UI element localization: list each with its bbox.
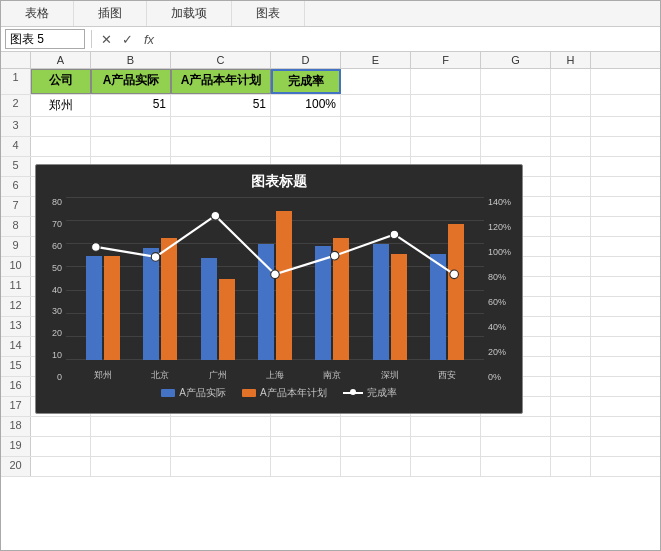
- cell-f1[interactable]: [411, 69, 481, 94]
- cell-h13[interactable]: [551, 317, 591, 336]
- cell-d1[interactable]: 完成率: [271, 69, 341, 94]
- menu-insert[interactable]: 插图: [74, 1, 147, 26]
- cell-b18[interactable]: [91, 417, 171, 436]
- cell-h3[interactable]: [551, 117, 591, 136]
- cell-b20[interactable]: [91, 457, 171, 476]
- cell-f20[interactable]: [411, 457, 481, 476]
- cell-h18[interactable]: [551, 417, 591, 436]
- row-num-15: 15: [1, 357, 31, 376]
- col-header-c[interactable]: C: [171, 52, 271, 68]
- cell-e3[interactable]: [341, 117, 411, 136]
- cell-f18[interactable]: [411, 417, 481, 436]
- cell-h11[interactable]: [551, 277, 591, 296]
- cell-c4[interactable]: [171, 137, 271, 156]
- cell-d3[interactable]: [271, 117, 341, 136]
- cell-f4[interactable]: [411, 137, 481, 156]
- cell-h1[interactable]: [551, 69, 591, 94]
- cell-g19[interactable]: [481, 437, 551, 456]
- col-header-h[interactable]: H: [551, 52, 591, 68]
- bar-plan: [391, 254, 407, 360]
- cell-a19[interactable]: [31, 437, 91, 456]
- cell-e18[interactable]: [341, 417, 411, 436]
- col-header-a[interactable]: A: [31, 52, 91, 68]
- name-box[interactable]: [5, 29, 85, 49]
- bars-area: [66, 197, 484, 360]
- cell-b3[interactable]: [91, 117, 171, 136]
- row-num-12: 12: [1, 297, 31, 316]
- cell-e20[interactable]: [341, 457, 411, 476]
- cell-e1[interactable]: [341, 69, 411, 94]
- cell-f19[interactable]: [411, 437, 481, 456]
- formula-input[interactable]: [162, 30, 656, 48]
- cell-c20[interactable]: [171, 457, 271, 476]
- cell-c19[interactable]: [171, 437, 271, 456]
- col-header-e[interactable]: E: [341, 52, 411, 68]
- col-header-g[interactable]: G: [481, 52, 551, 68]
- cell-h19[interactable]: [551, 437, 591, 456]
- col-header-d[interactable]: D: [271, 52, 341, 68]
- row-num-7: 7: [1, 197, 31, 216]
- cell-d19[interactable]: [271, 437, 341, 456]
- menu-addins[interactable]: 加载项: [147, 1, 232, 26]
- cancel-btn[interactable]: ✕: [98, 32, 115, 47]
- cell-g1[interactable]: [481, 69, 551, 94]
- cell-c1[interactable]: A产品本年计划: [171, 69, 271, 94]
- cell-h6[interactable]: [551, 177, 591, 196]
- cell-d18[interactable]: [271, 417, 341, 436]
- cell-c3[interactable]: [171, 117, 271, 136]
- cell-h5[interactable]: [551, 157, 591, 176]
- cell-d4[interactable]: [271, 137, 341, 156]
- legend-actual: A产品实际: [161, 386, 226, 400]
- menu-table[interactable]: 表格: [1, 1, 74, 26]
- cell-e19[interactable]: [341, 437, 411, 456]
- cell-h2[interactable]: [551, 95, 591, 116]
- cell-a4[interactable]: [31, 137, 91, 156]
- cell-f2[interactable]: [411, 95, 481, 116]
- cell-d2[interactable]: 100%: [271, 95, 341, 116]
- cell-c18[interactable]: [171, 417, 271, 436]
- chart-container[interactable]: 图表标题 80 70 60 50 40 30 20 10 0: [35, 164, 523, 414]
- legend-rate: 完成率: [343, 386, 397, 400]
- cell-a20[interactable]: [31, 457, 91, 476]
- cell-h17[interactable]: [551, 397, 591, 416]
- cell-h9[interactable]: [551, 237, 591, 256]
- cell-h4[interactable]: [551, 137, 591, 156]
- col-header-b[interactable]: B: [91, 52, 171, 68]
- cell-g2[interactable]: [481, 95, 551, 116]
- confirm-btn[interactable]: ✓: [119, 32, 136, 47]
- cell-g4[interactable]: [481, 137, 551, 156]
- cell-b2[interactable]: 51: [91, 95, 171, 116]
- cell-h15[interactable]: [551, 357, 591, 376]
- cell-h10[interactable]: [551, 257, 591, 276]
- cell-h14[interactable]: [551, 337, 591, 356]
- row-num-16: 16: [1, 377, 31, 396]
- legend-plan: A产品本年计划: [242, 386, 327, 400]
- col-header-f[interactable]: F: [411, 52, 481, 68]
- cell-g18[interactable]: [481, 417, 551, 436]
- cell-d20[interactable]: [271, 457, 341, 476]
- table-row: 19: [1, 437, 661, 457]
- y-axis-right: 140% 120% 100% 80% 60% 40% 20% 0%: [484, 197, 514, 382]
- cell-h12[interactable]: [551, 297, 591, 316]
- bar-group-inner: [258, 211, 292, 360]
- cell-c2[interactable]: 51: [171, 95, 271, 116]
- cell-a18[interactable]: [31, 417, 91, 436]
- cell-a1[interactable]: 公司: [31, 69, 91, 94]
- cell-e2[interactable]: [341, 95, 411, 116]
- cell-b1[interactable]: A产品实际: [91, 69, 171, 94]
- row-num-19: 19: [1, 437, 31, 456]
- cell-e4[interactable]: [341, 137, 411, 156]
- cell-a3[interactable]: [31, 117, 91, 136]
- cell-f3[interactable]: [411, 117, 481, 136]
- cell-h8[interactable]: [551, 217, 591, 236]
- cell-b19[interactable]: [91, 437, 171, 456]
- cell-h16[interactable]: [551, 377, 591, 396]
- cell-g3[interactable]: [481, 117, 551, 136]
- cell-g20[interactable]: [481, 457, 551, 476]
- cell-h20[interactable]: [551, 457, 591, 476]
- cell-a2[interactable]: 郑州: [31, 95, 91, 116]
- menu-chart[interactable]: 图表: [232, 1, 305, 26]
- cell-h7[interactable]: [551, 197, 591, 216]
- bar-group: [315, 238, 349, 360]
- cell-b4[interactable]: [91, 137, 171, 156]
